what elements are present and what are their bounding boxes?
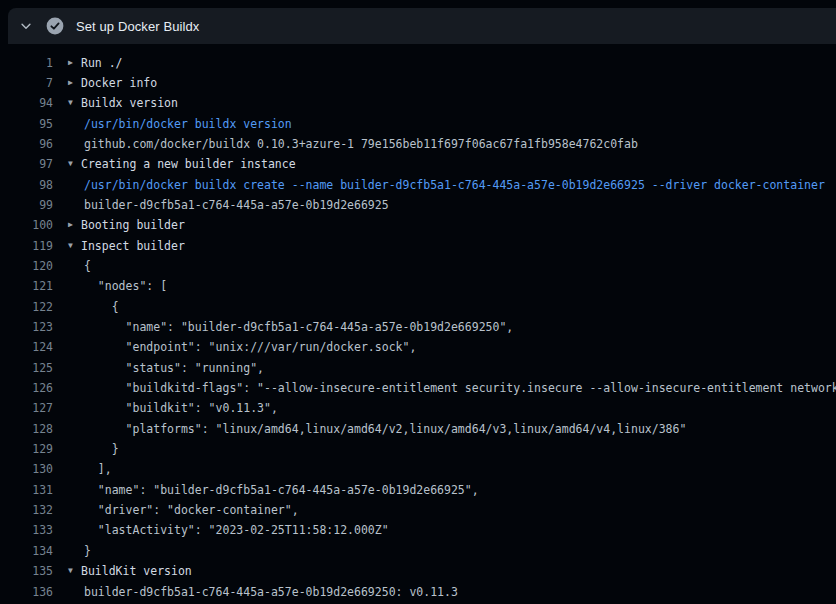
caret-right-icon[interactable]: ▶ xyxy=(68,59,81,67)
log-text: "name": "builder-d9cfb5a1-c764-445a-a57e… xyxy=(81,320,513,334)
line-number[interactable]: 129 xyxy=(8,442,53,456)
log-line: 122 { xyxy=(8,297,836,317)
line-number[interactable]: 97 xyxy=(8,157,53,171)
log-line: 133 "lastActivity": "2023-02-25T11:58:12… xyxy=(8,520,836,540)
log-group-line[interactable]: 119▼Inspect builder xyxy=(8,235,836,255)
log-line: 132 "driver": "docker-container", xyxy=(8,500,836,520)
log-text: Creating a new builder instance xyxy=(81,157,296,171)
line-number[interactable]: 125 xyxy=(8,361,53,375)
log-line: 127 "buildkit": "v0.11.3", xyxy=(8,398,836,418)
log-text: Inspect builder xyxy=(81,239,185,253)
check-circle-icon xyxy=(46,17,64,35)
line-number[interactable]: 95 xyxy=(8,117,53,131)
log-text: "platforms": "linux/amd64,linux/amd64/v2… xyxy=(81,422,686,436)
line-number[interactable]: 126 xyxy=(8,381,53,395)
log-text: "driver": "docker-container", xyxy=(81,503,299,517)
log-text: builder-d9cfb5a1-c764-445a-a57e-0b19d2e6… xyxy=(81,198,389,212)
log-text: /usr/bin/docker buildx create --name bui… xyxy=(81,178,825,192)
caret-down-icon[interactable]: ▼ xyxy=(68,99,81,107)
line-number[interactable]: 130 xyxy=(8,462,53,476)
log-text: "status": "running", xyxy=(81,361,264,375)
line-number[interactable]: 96 xyxy=(8,137,53,151)
log-group-line[interactable]: 97▼Creating a new builder instance xyxy=(8,154,836,174)
line-number[interactable]: 135 xyxy=(8,564,53,578)
log-text: { xyxy=(81,259,91,273)
log-text: Docker info xyxy=(81,76,157,90)
caret-down-icon[interactable]: ▼ xyxy=(68,567,81,575)
log-text: "lastActivity": "2023-02-25T11:58:12.000… xyxy=(81,523,389,537)
step-title: Set up Docker Buildx xyxy=(76,19,199,34)
log-line: 131 "name": "builder-d9cfb5a1-c764-445a-… xyxy=(8,480,836,500)
log-line: 129 } xyxy=(8,439,836,459)
log-group-line[interactable]: 100▶Booting builder xyxy=(8,215,836,235)
line-number[interactable]: 132 xyxy=(8,503,53,517)
log-text: ], xyxy=(81,462,112,476)
chevron-down-icon[interactable] xyxy=(18,18,34,34)
line-number[interactable]: 120 xyxy=(8,259,53,273)
log-group-line[interactable]: 7▶Docker info xyxy=(8,73,836,93)
log-text: github.com/docker/buildx 0.10.3+azure-1 … xyxy=(81,137,638,151)
log-text: } xyxy=(81,544,91,558)
log-group-line[interactable]: 94▼Buildx version xyxy=(8,93,836,113)
log-line: 99builder-d9cfb5a1-c764-445a-a57e-0b19d2… xyxy=(8,195,836,215)
log-text: Booting builder xyxy=(81,218,185,232)
log-text: "buildkitd-flags": "--allow-insecure-ent… xyxy=(81,381,836,395)
log-lines: 1▶Run ./7▶Docker info94▼Buildx version95… xyxy=(0,44,836,604)
log-line: 130 ], xyxy=(8,459,836,479)
line-number[interactable]: 122 xyxy=(8,300,53,314)
step-header[interactable]: Set up Docker Buildx xyxy=(8,8,836,44)
line-number[interactable]: 133 xyxy=(8,523,53,537)
log-line: 120{ xyxy=(8,256,836,276)
log-group-line[interactable]: 1▶Run ./ xyxy=(8,52,836,72)
line-number[interactable]: 94 xyxy=(8,96,53,110)
caret-right-icon[interactable]: ▶ xyxy=(68,79,81,87)
line-number[interactable]: 123 xyxy=(8,320,53,334)
line-number[interactable]: 131 xyxy=(8,483,53,497)
line-number[interactable]: 134 xyxy=(8,544,53,558)
line-number[interactable]: 127 xyxy=(8,401,53,415)
log-line: 136builder-d9cfb5a1-c764-445a-a57e-0b19d… xyxy=(8,581,836,601)
line-number[interactable]: 119 xyxy=(8,239,53,253)
line-number[interactable]: 100 xyxy=(8,218,53,232)
log-text: "buildkit": "v0.11.3", xyxy=(81,401,278,415)
log-line: 128 "platforms": "linux/amd64,linux/amd6… xyxy=(8,419,836,439)
line-number[interactable]: 7 xyxy=(8,76,53,90)
log-text: BuildKit version xyxy=(81,564,192,578)
caret-down-icon[interactable]: ▼ xyxy=(68,242,81,250)
log-line: 95/usr/bin/docker buildx version xyxy=(8,113,836,133)
line-number[interactable]: 136 xyxy=(8,585,53,599)
log-text: Buildx version xyxy=(81,96,178,110)
line-number[interactable]: 124 xyxy=(8,340,53,354)
caret-down-icon[interactable]: ▼ xyxy=(68,160,81,168)
log-line: 124 "endpoint": "unix:///var/run/docker.… xyxy=(8,337,836,357)
line-number[interactable]: 99 xyxy=(8,198,53,212)
caret-right-icon[interactable]: ▶ xyxy=(68,221,81,229)
log-text: /usr/bin/docker buildx version xyxy=(81,117,292,131)
log-line: 126 "buildkitd-flags": "--allow-insecure… xyxy=(8,378,836,398)
log-text: "nodes": [ xyxy=(81,279,167,293)
line-number[interactable]: 98 xyxy=(8,178,53,192)
log-line: 121 "nodes": [ xyxy=(8,276,836,296)
log-line: 96github.com/docker/buildx 0.10.3+azure-… xyxy=(8,134,836,154)
log-line: 98/usr/bin/docker buildx create --name b… xyxy=(8,174,836,194)
log-text: } xyxy=(81,442,119,456)
line-number[interactable]: 128 xyxy=(8,422,53,436)
line-number[interactable]: 1 xyxy=(8,56,53,70)
log-line: 125 "status": "running", xyxy=(8,358,836,378)
line-number[interactable]: 121 xyxy=(8,279,53,293)
log-group-line[interactable]: 135▼BuildKit version xyxy=(8,561,836,581)
log-text: { xyxy=(81,300,119,314)
log-line: 134} xyxy=(8,541,836,561)
log-text: "endpoint": "unix:///var/run/docker.sock… xyxy=(81,340,416,354)
log-line: 123 "name": "builder-d9cfb5a1-c764-445a-… xyxy=(8,317,836,337)
log-text: "name": "builder-d9cfb5a1-c764-445a-a57e… xyxy=(81,483,479,497)
log-text: builder-d9cfb5a1-c764-445a-a57e-0b19d2e6… xyxy=(81,585,458,599)
log-text: Run ./ xyxy=(81,56,123,70)
